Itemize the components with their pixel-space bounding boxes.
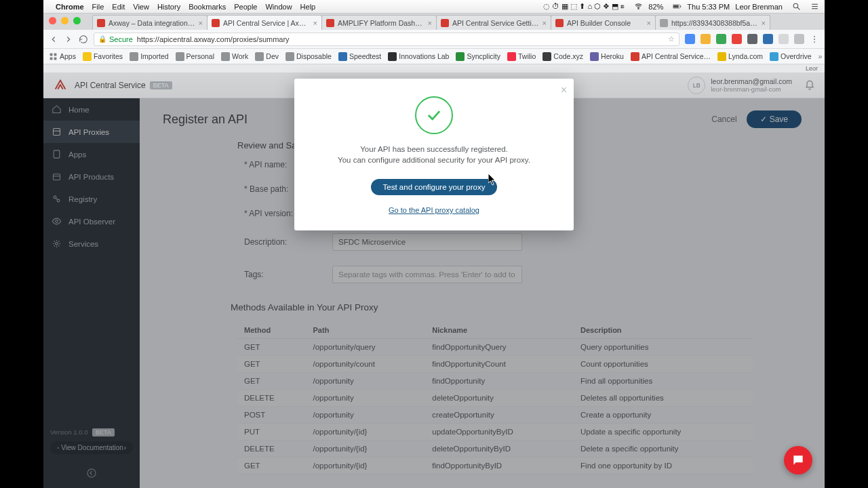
menu-history[interactable]: History (157, 3, 180, 11)
browser-tab[interactable]: API Central Service | Axway× (207, 15, 322, 30)
tab-close-icon[interactable]: × (425, 19, 432, 27)
bookmark-item[interactable]: Overdrive (770, 52, 812, 61)
battery-pct: 82% (648, 3, 663, 11)
bookmark-item[interactable]: Twilio (507, 52, 536, 61)
svg-rect-13 (54, 53, 57, 56)
nav-back-icon[interactable] (49, 35, 58, 44)
browser-tab[interactable]: API Builder Console× (551, 15, 656, 30)
svg-rect-12 (50, 53, 53, 56)
battery-icon (669, 2, 682, 11)
test-configure-button[interactable]: Test and configure your proxy (371, 179, 498, 195)
menubar-app[interactable]: Chrome (56, 3, 84, 11)
menubar-user[interactable]: Leor Brenman (735, 3, 783, 11)
menu-people[interactable]: People (234, 3, 257, 11)
menu-edit[interactable]: Edit (112, 3, 125, 11)
bookmark-item[interactable]: Speedtest (338, 52, 381, 61)
menu-view[interactable]: View (133, 3, 149, 11)
extension-icon[interactable] (701, 34, 711, 44)
menubar-clock[interactable]: Thu 5:33 PM (687, 3, 730, 11)
extension-icon[interactable] (732, 34, 742, 44)
nav-forward-icon[interactable] (64, 35, 73, 44)
window-zoom[interactable] (73, 17, 81, 24)
svg-point-4 (793, 3, 798, 8)
tab-close-icon[interactable]: × (644, 19, 651, 27)
bookmark-item[interactable]: Code.xyz (542, 52, 583, 61)
browser-tab[interactable]: AMPLIFY Platform Dashboard× (321, 15, 437, 30)
star-icon[interactable]: ☆ (668, 35, 675, 43)
tab-close-icon[interactable]: × (540, 19, 547, 27)
status-icons: ◌ ⏱ ▦ ⬚ ⬆ ⌂ ⬡ ❖ ⬒ ⌗ (543, 2, 625, 11)
svg-rect-3 (681, 5, 682, 7)
bookmark-item[interactable]: Lynda.com (717, 52, 763, 61)
menu-bookmarks[interactable]: Bookmarks (189, 3, 226, 11)
browser-tab[interactable]: Axway – Data integration, Co…× (92, 15, 208, 30)
extension-icon[interactable] (778, 34, 789, 44)
secure-label: Secure (109, 35, 133, 43)
tab-close-icon[interactable]: × (311, 19, 317, 27)
menu-help[interactable]: Help (300, 3, 316, 11)
svg-rect-2 (673, 5, 679, 8)
chrome-tabstrip: Axway – Data integration, Co…×API Centra… (43, 14, 825, 30)
svg-line-5 (797, 7, 800, 9)
svg-rect-15 (54, 57, 57, 60)
address-bar[interactable]: 🔒 Secure https://apicentral.axway.com/pr… (94, 33, 679, 46)
browser-tab[interactable]: API Central Service Getting St…× (436, 15, 551, 30)
tab-close-icon[interactable]: × (196, 19, 203, 27)
window-close[interactable] (49, 17, 56, 24)
chrome-profile[interactable]: Leor (806, 65, 818, 72)
extension-icon[interactable] (716, 34, 726, 44)
proxy-catalog-link[interactable]: Go to the API proxy catalog (311, 206, 557, 214)
chrome-menu-icon[interactable] (810, 35, 819, 44)
svg-point-11 (814, 41, 815, 43)
svg-rect-14 (50, 57, 53, 60)
extension-icon[interactable] (747, 34, 757, 44)
bookmark-item[interactable]: API Central Service… (631, 52, 711, 61)
url-text: https://apicentral.axway.com/proxies/sum… (137, 35, 290, 43)
bookmark-item[interactable]: Syncplicity (456, 52, 500, 61)
menu-file[interactable]: File (92, 3, 104, 11)
extension-icon[interactable] (763, 34, 773, 44)
bookmark-item[interactable]: Dev (255, 52, 279, 61)
mac-menubar: Chrome File Edit View History Bookmarks … (43, 0, 825, 14)
bookmarks-bar: AppsFavoritesImportedPersonalWorkDevDisp… (43, 49, 825, 64)
extension-icon[interactable] (794, 34, 804, 44)
bookmark-item[interactable]: Favorites (83, 52, 123, 61)
window-minimize[interactable] (61, 17, 68, 24)
modal-line2: You can configure additional security fo… (311, 155, 557, 165)
bookmark-item[interactable]: Work (221, 52, 248, 61)
tab-close-icon[interactable]: × (759, 19, 766, 27)
svg-point-0 (638, 8, 639, 9)
wifi-icon[interactable] (630, 2, 643, 11)
success-modal: × Your API has been successfully registe… (294, 79, 574, 230)
modal-line1: Your API has been successfully registere… (311, 144, 557, 155)
spotlight-icon[interactable] (788, 2, 801, 11)
svg-point-9 (814, 35, 815, 37)
bookmarks-overflow[interactable]: » (818, 52, 823, 60)
close-icon[interactable]: × (561, 84, 567, 96)
chat-fab[interactable] (784, 446, 812, 474)
svg-point-10 (814, 39, 815, 40)
lock-icon: 🔒 (98, 35, 106, 43)
success-check-icon (415, 96, 453, 134)
bookmark-item[interactable]: Personal (176, 52, 214, 61)
hamburger-icon[interactable] (806, 2, 819, 11)
nav-reload-icon[interactable] (79, 35, 88, 44)
bookmark-item[interactable]: Disposable (285, 52, 332, 61)
bookmark-item[interactable]: Innovations Lab (388, 52, 449, 61)
chrome-toolbar: 🔒 Secure https://apicentral.axway.com/pr… (43, 30, 825, 49)
menu-window[interactable]: Window (265, 3, 292, 11)
bookmark-item[interactable]: Apps (49, 52, 76, 61)
extension-icon[interactable] (685, 34, 695, 44)
bookmark-item[interactable]: Heroku (590, 52, 624, 61)
bookmark-item[interactable]: Imported (130, 52, 168, 61)
browser-tab[interactable]: https://83934308388bf5ac4…× (655, 15, 770, 30)
